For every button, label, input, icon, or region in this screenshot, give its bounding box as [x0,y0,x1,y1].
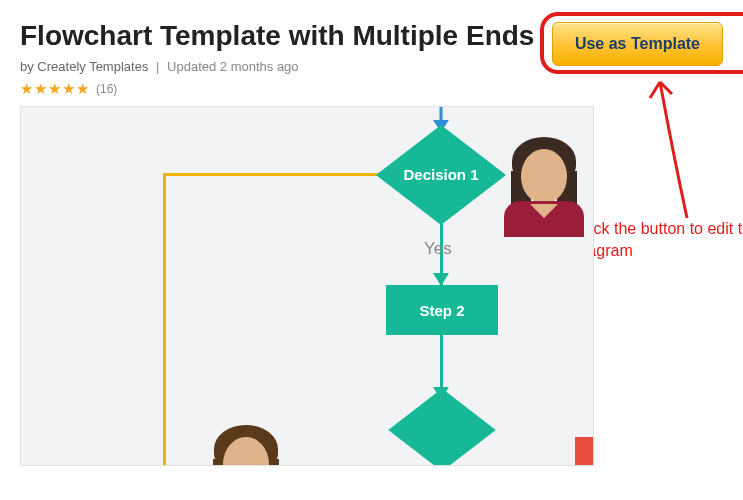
connector-line [163,173,383,176]
process-node-step2[interactable]: Step 2 [386,285,498,335]
meta-separator: | [156,59,159,74]
callout-arrow-icon [632,68,743,228]
decision-node[interactable]: Decision 1 [376,125,506,225]
rating-count: (16) [96,82,117,96]
decision-label: Decision 1 [403,166,478,185]
terminator-node[interactable] [575,437,594,466]
author-prefix: by [20,59,34,74]
svg-marker-1 [433,120,449,132]
diagram-canvas[interactable]: Decision 1 Yes Step 2 [20,106,594,466]
edge-label-yes: Yes [424,239,452,259]
process-label: Step 2 [419,302,464,319]
updated-label: Updated 2 months ago [167,59,299,74]
author-name: Creately Templates [37,59,148,74]
use-as-template-button[interactable]: Use as Template [552,22,723,66]
star-rating[interactable]: ★★★★★ [20,80,90,98]
connector-line [163,175,166,466]
template-meta: by Creately Templates | Updated 2 months… [20,59,552,74]
decision-node[interactable] [388,389,495,466]
callout-text: Click the button to edit the diagram [575,218,743,261]
arrow-down-icon [432,107,450,133]
person-avatar-icon [201,417,291,466]
person-avatar-icon [499,129,589,234]
page-title: Flowchart Template with Multiple Ends [20,18,552,53]
